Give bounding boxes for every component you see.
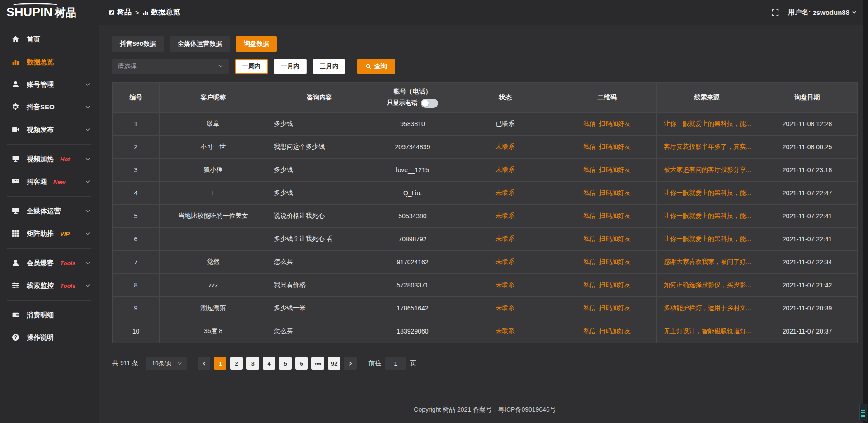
sidebar-item-label: 全媒体运营	[27, 207, 61, 216]
tab-2[interactable]: 询盘数据	[236, 36, 277, 52]
page-size-select[interactable]: 10条/页	[146, 357, 187, 370]
cell-content: 多少钱	[267, 182, 372, 205]
qr-link-private-message[interactable]: 私信	[583, 212, 596, 220]
sidebar-item-media[interactable]: 全媒体运营	[0, 200, 99, 222]
sidebar-item-badge: VIP	[60, 230, 70, 237]
menu-divider	[7, 196, 91, 197]
qr-link-scan-add-friend[interactable]: 扫码加好友	[599, 235, 631, 243]
time-range-button-2[interactable]: 三月内	[313, 59, 345, 74]
cell-content: 多少钱？让我死心 看	[267, 228, 372, 251]
qr-link-private-message[interactable]: 私信	[583, 281, 596, 289]
source-link[interactable]: 让你一眼就爱上的黑科技，能...	[664, 120, 751, 127]
sidebar-item-publish[interactable]: 视频发布	[0, 118, 99, 141]
cell-number: 10	[113, 320, 160, 343]
tab-1[interactable]: 全媒体运营数据	[170, 36, 230, 52]
account-select[interactable]: 请选择	[112, 59, 229, 74]
cell-qrcode: 私信扫码加好友	[557, 205, 657, 228]
cell-nickname: L	[160, 182, 267, 205]
sidebar-item-matrix[interactable]: 矩阵助推VIP	[0, 222, 99, 245]
cell-status: 未联系	[453, 205, 557, 228]
breadcrumb-item-overview[interactable]: 数据总览	[142, 8, 180, 17]
qr-link-private-message[interactable]: 私信	[583, 304, 596, 312]
sidebar-item-douketong[interactable]: 抖客通New	[0, 170, 99, 193]
qr-link-private-message[interactable]: 私信	[583, 235, 596, 243]
sidebar-item-member[interactable]: 会员爆客Tools	[0, 252, 99, 274]
qr-link-private-message[interactable]: 私信	[583, 258, 596, 266]
fullscreen-icon[interactable]	[772, 9, 779, 16]
source-link[interactable]: 让你一眼就爱上的黑科技，能...	[664, 235, 751, 242]
next-page-button[interactable]	[344, 357, 357, 370]
qr-link-scan-add-friend[interactable]: 扫码加好友	[599, 212, 631, 220]
chevron-down-icon	[85, 179, 90, 184]
qr-link-scan-add-friend[interactable]: 扫码加好友	[599, 304, 631, 312]
qr-link-scan-add-friend[interactable]: 扫码加好友	[599, 281, 631, 289]
table-body: 1啵章多少钱9583810已联系私信扫码加好友让你一眼就爱上的黑科技，能...2…	[113, 113, 858, 343]
sidebar-item-label: 抖音SEO	[27, 103, 55, 112]
breadcrumb-item-home[interactable]: 树品	[108, 8, 132, 17]
page-button-4[interactable]: 4	[263, 357, 275, 370]
source-link[interactable]: 让你一眼就爱上的黑科技，能...	[664, 189, 751, 196]
qr-link-scan-add-friend[interactable]: 扫码加好友	[599, 258, 631, 266]
source-link[interactable]: 如何正确选择投影仪，买投影...	[664, 281, 751, 288]
qr-link-scan-add-friend[interactable]: 扫码加好友	[599, 143, 631, 151]
table-row: 9潮起潮落多少钱一米178651642未联系私信扫码加好友多功能护栏灯，适用于乡…	[113, 297, 858, 320]
sidebar-item-home[interactable]: 首页	[0, 28, 99, 51]
page-button-5[interactable]: 5	[279, 357, 292, 370]
table-row: 7觉然怎么买917024162未联系私信扫码加好友感谢大家喜欢我家，被问了好..…	[113, 251, 858, 274]
cell-account: 70898792	[372, 228, 453, 251]
chevron-down-icon	[218, 63, 223, 70]
page-button-2[interactable]: 2	[230, 357, 243, 370]
cell-qrcode: 私信扫码加好友	[557, 297, 657, 320]
sidebar-item-account[interactable]: 账号管理	[0, 73, 99, 96]
prev-page-button[interactable]	[198, 357, 210, 370]
qr-link-private-message[interactable]: 私信	[583, 120, 596, 128]
cell-nickname: 当地比较能吃的一位美女	[160, 205, 267, 228]
qr-link-private-message[interactable]: 私信	[583, 166, 596, 174]
qr-link-private-message[interactable]: 私信	[583, 189, 596, 197]
qr-links: 私信扫码加好友	[583, 143, 631, 151]
sidebar-item-seo[interactable]: 抖音SEO	[0, 96, 99, 118]
chat-widget[interactable]	[859, 404, 867, 421]
time-range-button-1[interactable]: 一月内	[274, 59, 307, 74]
qr-link-private-message[interactable]: 私信	[583, 327, 596, 335]
qr-link-scan-add-friend[interactable]: 扫码加好友	[599, 166, 631, 174]
tab-0[interactable]: 抖音seo数据	[112, 36, 164, 52]
sidebar-item-label: 数据总览	[27, 58, 54, 66]
sidebar-item-help[interactable]: ?操作说明	[0, 326, 99, 349]
goto-page-input[interactable]	[385, 357, 406, 370]
scrollbar-track[interactable]	[863, 0, 868, 423]
goto-label: 前往	[368, 359, 381, 367]
sidebar-item-heat[interactable]: 视频加热Hot	[0, 148, 99, 170]
source-link[interactable]: 无主灯设计，智能磁吸轨道灯...	[664, 327, 751, 334]
search-button[interactable]: 查询	[357, 59, 395, 74]
page-button-3[interactable]: 3	[246, 357, 259, 370]
more-pages-button[interactable]: •••	[311, 357, 324, 370]
qr-link-scan-add-friend[interactable]: 扫码加好友	[599, 120, 631, 128]
qr-link-private-message[interactable]: 私信	[583, 143, 596, 151]
page-button-92[interactable]: 92	[328, 357, 340, 370]
cell-source: 如何正确选择投影仪，买投影...	[657, 274, 757, 297]
sidebar: SHUPIN 树品 首页数据总览账号管理抖音SEO视频发布视频加热Hot抖客通N…	[0, 0, 99, 423]
time-range-button-0[interactable]: 一周内	[235, 59, 268, 74]
cell-status: 未联系	[453, 320, 557, 343]
phone-only-toggle[interactable]	[421, 99, 438, 108]
phone-only-label: 只显示电话	[387, 99, 418, 107]
source-link[interactable]: 感谢大家喜欢我家，被问了好...	[664, 258, 751, 265]
source-link[interactable]: 多功能护栏灯，适用于乡村文...	[664, 304, 751, 311]
sidebar-item-clue[interactable]: 线索监控Tools	[0, 274, 99, 297]
sidebar-item-expense[interactable]: 消费明细	[0, 304, 99, 326]
qr-link-scan-add-friend[interactable]: 扫码加好友	[599, 189, 631, 197]
user-menu[interactable]: 用户名: zswodun88	[788, 8, 857, 17]
source-link[interactable]: 客厅安装投影半年多了，真实...	[664, 143, 751, 150]
source-link[interactable]: 被大家追着问的客厅投影分享...	[664, 166, 751, 173]
cell-qrcode: 私信扫码加好友	[557, 182, 657, 205]
page-button-1[interactable]: 1	[214, 357, 226, 370]
page-button-6[interactable]: 6	[295, 357, 308, 370]
source-link[interactable]: 让你一眼就爱上的黑科技，能...	[664, 212, 751, 219]
sidebar-item-overview[interactable]: 数据总览	[0, 51, 99, 73]
bar-chart-icon	[142, 9, 149, 16]
chevron-down-icon	[85, 127, 90, 132]
chevron-down-icon	[85, 283, 90, 288]
qr-link-scan-add-friend[interactable]: 扫码加好友	[599, 327, 631, 335]
column-header: 状态	[453, 83, 557, 113]
